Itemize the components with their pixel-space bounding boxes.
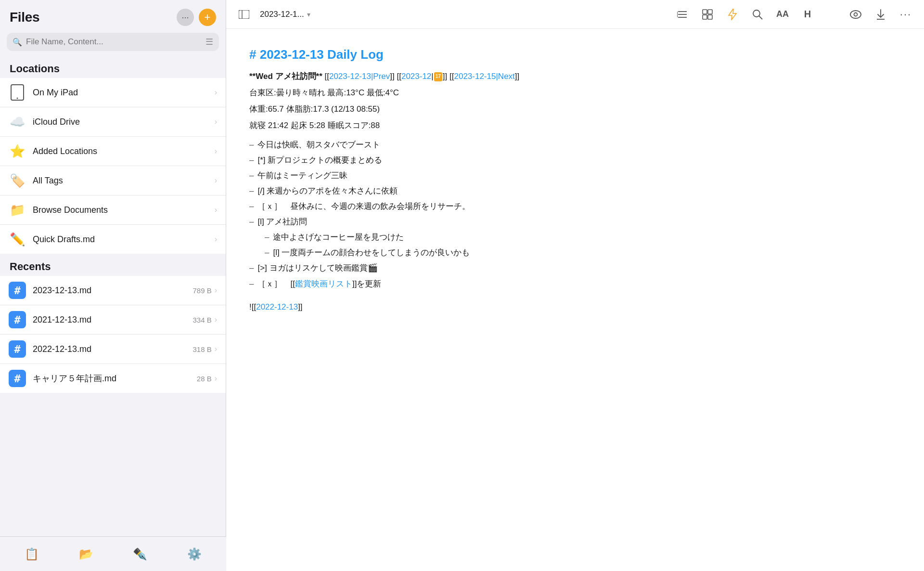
heading-hash: # 2023-12-13 Daily Log [249, 47, 384, 62]
preview-button[interactable] [847, 6, 864, 23]
list-item: – ［ｘ］ 昼休みに、今週の来週の飲み会場所をリサーチ。 [249, 200, 901, 213]
quick-drafts-icon: ✏️ [9, 231, 26, 248]
sidebar-item-icloud-drive[interactable]: ☁️ iCloud Drive › [0, 107, 226, 137]
nav-settings-button[interactable]: ⚙️ [180, 545, 209, 564]
bullet-list: – 今日は快眠、朝スタバでブースト – [*] 新プロジェクトの概要まとめる –… [249, 138, 901, 290]
sidebar-item-quick-drafts[interactable]: ✏️ Quick Drafts.md › [0, 225, 226, 254]
plus-icon: + [205, 11, 211, 24]
dash-icon: – [249, 277, 254, 291]
doc-footer: ![[2022-12-13]] [249, 300, 901, 314]
list-item: – [l] 一度両チームの顔合わせをしてしまうのが良いかも [265, 246, 901, 260]
chevron-down-icon: ▾ [307, 11, 310, 18]
add-button[interactable]: + [199, 9, 216, 26]
text-size-button[interactable]: AA [774, 6, 791, 23]
heading-button[interactable]: H [799, 6, 816, 23]
list-item-text: ［ｘ］ [[鑑賞映画リスト]]を更新 [257, 277, 381, 291]
search-icon: 🔍 [13, 38, 22, 47]
outline-icon [677, 10, 688, 19]
nested-list: – 途中よさげなコーヒー屋を見つけた – [l] 一度両チームの顔合わせをしてし… [265, 231, 901, 260]
search-input[interactable] [26, 37, 202, 47]
file-size: 334 B [192, 316, 211, 324]
chevron-right-icon: › [215, 206, 217, 214]
sidebar-item-added-locations[interactable]: ⭐ Added Locations › [0, 137, 226, 166]
link-cal[interactable]: 2023-12 [401, 72, 431, 81]
list-item-text: [/] 来週からのアポを佐々木さんに依頼 [257, 184, 398, 198]
text-size-icon: AA [776, 9, 789, 19]
quick-drafts-label: Quick Drafts.md [33, 234, 208, 245]
ellipsis-icon: ··· [181, 13, 189, 23]
dash-icon: – [249, 200, 254, 213]
locations-header: Locations [0, 56, 226, 78]
svg-rect-10 [703, 15, 707, 19]
list-item: – [l] アメ社訪問 [249, 215, 901, 229]
folder-icon: 📁 [9, 201, 26, 219]
list-item-text: ［ｘ］ 昼休みに、今週の来週の飲み会場所をリサーチ。 [257, 200, 470, 213]
nav-pen-button[interactable]: ✒️ [125, 545, 155, 564]
search-button[interactable] [749, 6, 766, 23]
list-item: – 午前はミーティング三昧 [249, 169, 901, 182]
dash-icon: – [249, 154, 254, 167]
list-item[interactable]: # 2022-12-13.md 318 B › [0, 335, 226, 364]
footer-close: ]] [298, 302, 302, 311]
kanshomovies-link[interactable]: 鑑賞映画リスト [295, 279, 352, 288]
tags-icon [702, 9, 713, 20]
search-bar: 🔍 ☰ [7, 33, 219, 51]
tags-button[interactable] [699, 6, 716, 23]
browse-documents-label: Browse Documents [33, 205, 208, 215]
nav-clipboard-button[interactable]: 📋 [17, 545, 47, 564]
sidebar-item-on-my-ipad[interactable]: On My iPad › [0, 78, 226, 107]
link-prev[interactable]: 2023-12-13|Prev [329, 72, 390, 81]
dash-icon: – [249, 184, 254, 198]
tag-icon: 🏷️ [9, 172, 26, 189]
list-item: – 途中よさげなコーヒー屋を見つけた [265, 231, 901, 244]
list-item[interactable]: # 2021-12-13.md 334 B › [0, 305, 226, 335]
list-item[interactable]: # キャリア５年計画.md 28 B › [0, 364, 226, 393]
link-next[interactable]: 2023-12-15|Next [454, 72, 514, 81]
dash-icon: – [249, 169, 254, 182]
more-options-button[interactable]: ··· [897, 6, 914, 23]
subtitle-bold: **Wed アメ社訪問** [249, 72, 322, 81]
svg-rect-11 [708, 15, 712, 19]
svg-rect-9 [708, 10, 712, 14]
main-content: 2023-12-1... ▾ [226, 0, 924, 571]
export-button[interactable] [872, 6, 889, 23]
file-size: 789 B [192, 286, 211, 295]
footer-link[interactable]: 2022-12-13 [256, 302, 298, 311]
icloud-drive-label: iCloud Drive [33, 117, 208, 127]
sliders-icon: ⚙️ [187, 547, 202, 561]
icloud-icon: ☁️ [9, 113, 26, 130]
eye-icon [850, 10, 861, 19]
folder-nav-icon: 📂 [79, 547, 93, 561]
sidebar-item-all-tags[interactable]: 🏷️ All Tags › [0, 166, 226, 195]
document-content: # 2023-12-13 Daily Log **Wed アメ社訪問** [[2… [226, 29, 924, 571]
more-button[interactable]: ··· [177, 9, 194, 26]
list-item-text: [l] 一度両チームの顔合わせをしてしまうのが良いかも [273, 246, 470, 260]
filter-icon[interactable]: ☰ [205, 37, 213, 47]
doc-subtitle: **Wed アメ社訪問** [[2023-12-13|Prev]] [[2023… [249, 70, 901, 83]
flash-button[interactable] [724, 6, 741, 23]
sidebar-item-browse-documents[interactable]: 📁 Browse Documents › [0, 195, 226, 225]
nav-folder-button[interactable]: 📂 [71, 545, 101, 564]
chevron-right-icon: › [215, 88, 217, 97]
bolt-icon [728, 9, 737, 20]
list-item-text: 今日は快眠、朝スタバでブースト [257, 138, 380, 152]
sidebar-actions: ··· + [177, 9, 216, 26]
md-file-icon: # [9, 282, 26, 299]
chevron-right-icon: › [215, 315, 217, 324]
sidebar-header: Files ··· + [0, 0, 226, 31]
file-size: 28 B [197, 375, 212, 383]
dash-icon: – [249, 138, 254, 152]
doc-title-area[interactable]: 2023-12-1... ▾ [260, 10, 310, 19]
file-name-label: 2021-12-13.md [33, 315, 186, 325]
pen-icon: ✒️ [133, 547, 147, 561]
md-file-icon: # [9, 370, 26, 387]
sidebar-toggle-button[interactable] [236, 6, 252, 23]
dash-icon: – [249, 261, 254, 275]
file-name-label: キャリア５年計画.md [33, 373, 190, 384]
meta-body: 体重:65.7 体脂肪:17.3 (12/13 08:55) [249, 103, 901, 116]
list-item[interactable]: # 2023-12-13.md 789 B › [0, 276, 226, 305]
chevron-right-icon: › [215, 286, 217, 295]
svg-point-15 [854, 13, 858, 16]
file-name-label: 2022-12-13.md [33, 344, 186, 354]
format-list-button[interactable] [674, 6, 691, 23]
